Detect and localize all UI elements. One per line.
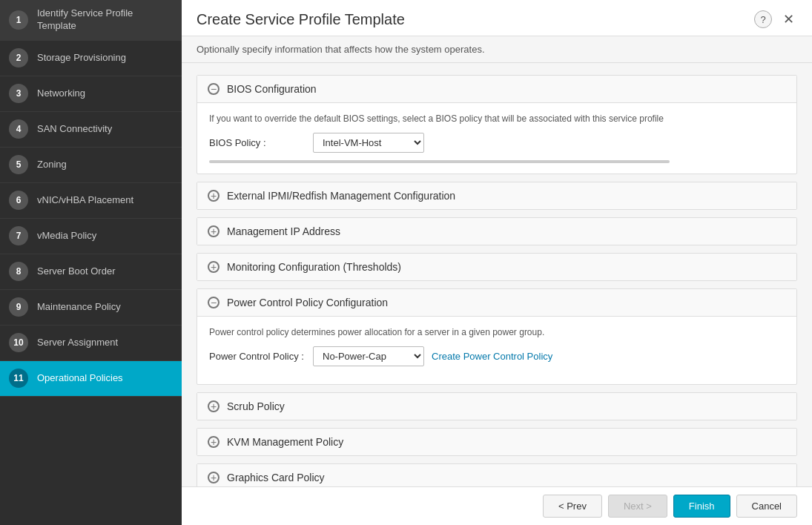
- sidebar-item-2[interactable]: 2Storage Provisioning: [0, 41, 182, 76]
- section-scrub: +Scrub Policy: [197, 392, 797, 420]
- prev-button[interactable]: < Prev: [543, 495, 602, 518]
- main-content: Create Service Profile Template ? ✕ Opti…: [182, 0, 812, 525]
- section-header-scrub[interactable]: +Scrub Policy: [197, 393, 796, 420]
- section-header-bios[interactable]: −BIOS Configuration: [197, 76, 796, 103]
- header-actions: ? ✕: [754, 10, 797, 28]
- section-graphics: +Graphics Card Policy: [197, 463, 797, 486]
- section-kvm: +KVM Management Policy: [197, 428, 797, 456]
- sidebar-label-11: Operational Policies: [37, 372, 123, 385]
- sidebar-item-10[interactable]: 10Server Assignment: [0, 326, 182, 361]
- section-desc-power_control: Power control policy determines power al…: [209, 327, 785, 337]
- scroll-bar: [209, 160, 670, 163]
- sidebar-item-8[interactable]: 8Server Boot Order: [0, 254, 182, 290]
- sidebar-label-3: Networking: [37, 88, 85, 100]
- form-row-bios-0: BIOS Policy :Intel-VM-Hostdefaultcustom: [209, 133, 785, 153]
- section-mgmt_ip: +Management IP Address: [197, 217, 797, 245]
- section-title-monitoring: Monitoring Configuration (Thresholds): [227, 261, 401, 273]
- sidebar-label-5: Zoning: [37, 159, 67, 171]
- section-toggle-ipmi: +: [208, 190, 219, 202]
- cancel-button[interactable]: Cancel: [736, 495, 797, 518]
- section-header-mgmt_ip[interactable]: +Management IP Address: [197, 218, 796, 245]
- sidebar-item-7[interactable]: 7vMedia Policy: [0, 219, 182, 254]
- section-power_control: −Power Control Policy ConfigurationPower…: [197, 288, 797, 385]
- section-header-ipmi[interactable]: +External IPMI/Redfish Management Config…: [197, 182, 796, 209]
- help-button[interactable]: ?: [754, 10, 772, 28]
- sidebar-item-1[interactable]: 1Identify Service Profile Template: [0, 0, 182, 41]
- subtitle-bar: Optionally specify information that affe…: [182, 36, 812, 63]
- content-area: −BIOS ConfigurationIf you want to overri…: [182, 63, 812, 486]
- sidebar-item-5[interactable]: 5Zoning: [0, 148, 182, 183]
- sidebar-item-6[interactable]: 6vNIC/vHBA Placement: [0, 183, 182, 219]
- section-header-kvm[interactable]: +KVM Management Policy: [197, 429, 796, 455]
- section-toggle-graphics: +: [208, 472, 219, 483]
- section-title-graphics: Graphics Card Policy: [227, 472, 325, 483]
- sidebar: 1Identify Service Profile Template2Stora…: [0, 0, 182, 525]
- form-label-power_control-0: Power Control Policy :: [209, 351, 306, 362]
- next-button: Next >: [608, 495, 667, 518]
- section-link-power_control[interactable]: Create Power Control Policy: [432, 351, 552, 362]
- section-body-power_control: Power control policy determines power al…: [197, 317, 796, 384]
- form-label-bios-0: BIOS Policy :: [209, 137, 306, 148]
- sidebar-label-1: Identify Service Profile Template: [37, 7, 173, 33]
- sidebar-label-8: Server Boot Order: [37, 265, 116, 278]
- section-toggle-bios: −: [208, 83, 219, 95]
- section-toggle-mgmt_ip: +: [208, 225, 219, 237]
- sidebar-label-6: vNIC/vHBA Placement: [37, 194, 133, 207]
- section-title-scrub: Scrub Policy: [227, 400, 285, 412]
- sidebar-item-11[interactable]: 11Operational Policies: [0, 361, 182, 397]
- sidebar-item-3[interactable]: 3Networking: [0, 76, 182, 112]
- footer: < Prev Next > Finish Cancel: [182, 486, 812, 525]
- section-header-power_control[interactable]: −Power Control Policy Configuration: [197, 289, 796, 317]
- section-toggle-kvm: +: [208, 436, 219, 448]
- section-title-power_control: Power Control Policy Configuration: [227, 297, 388, 308]
- sidebar-label-4: SAN Connectivity: [37, 123, 112, 136]
- section-header-monitoring[interactable]: +Monitoring Configuration (Thresholds): [197, 254, 796, 280]
- section-body-bios: If you want to override the default BIOS…: [197, 103, 796, 174]
- section-title-kvm: KVM Management Policy: [227, 436, 343, 448]
- section-title-bios: BIOS Configuration: [227, 83, 317, 95]
- section-desc-bios: If you want to override the default BIOS…: [209, 113, 785, 124]
- sidebar-label-7: vMedia Policy: [37, 230, 96, 242]
- form-row-power_control-0: Power Control Policy :No-Power-Capdefaul…: [209, 346, 785, 366]
- section-toggle-scrub: +: [208, 400, 219, 412]
- sidebar-item-4[interactable]: 4SAN Connectivity: [0, 112, 182, 148]
- sidebar-label-9: Maintenance Policy: [37, 301, 121, 314]
- form-select-power_control-0[interactable]: No-Power-Capdefault: [313, 346, 424, 366]
- section-title-mgmt_ip: Management IP Address: [227, 225, 340, 237]
- section-bios: −BIOS ConfigurationIf you want to overri…: [197, 75, 797, 174]
- subtitle-text: Optionally specify information that affe…: [197, 44, 485, 55]
- section-toggle-power_control: −: [208, 297, 219, 308]
- section-monitoring: +Monitoring Configuration (Thresholds): [197, 253, 797, 281]
- section-title-ipmi: External IPMI/Redfish Management Configu…: [227, 190, 455, 202]
- form-select-bios-0[interactable]: Intel-VM-Hostdefaultcustom: [313, 133, 424, 153]
- dialog-header: Create Service Profile Template ? ✕: [182, 0, 812, 36]
- dialog-title: Create Service Profile Template: [197, 11, 405, 28]
- section-header-graphics[interactable]: +Graphics Card Policy: [197, 464, 796, 486]
- close-button[interactable]: ✕: [779, 10, 797, 28]
- sidebar-item-9[interactable]: 9Maintenance Policy: [0, 290, 182, 326]
- finish-button[interactable]: Finish: [673, 495, 730, 518]
- sidebar-label-10: Server Assignment: [37, 337, 118, 349]
- section-toggle-monitoring: +: [208, 261, 219, 273]
- sidebar-label-2: Storage Provisioning: [37, 52, 126, 65]
- section-ipmi: +External IPMI/Redfish Management Config…: [197, 182, 797, 210]
